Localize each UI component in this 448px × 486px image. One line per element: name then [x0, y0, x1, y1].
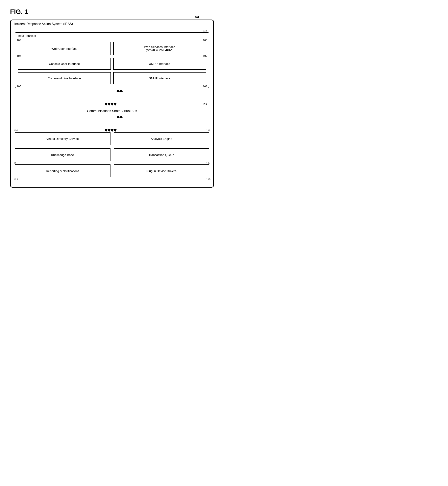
cli-box: 105 Command Line Interface — [18, 72, 111, 84]
ref-104: 104 — [17, 55, 21, 57]
ref-105: 105 — [17, 85, 21, 88]
outer-system: 101 Incident Response Action System (IRA… — [10, 20, 214, 188]
rn-box: 112 Reporting & Notifications — [15, 165, 111, 177]
system-label: Incident Response Action System (IRAS) — [14, 22, 73, 26]
snmp-label: SNMP Interface — [149, 77, 170, 80]
snmp-box: 108 SNMP Interface — [113, 72, 206, 84]
comm-bus-box: 109 Communications Strata Virtual Bus — [23, 106, 201, 116]
ref-103: 103 — [17, 39, 21, 42]
vds-label: Virtual Directory Service — [46, 137, 79, 141]
kb-label: Knowledge Base — [51, 153, 74, 157]
kb-box: 111 Knowledge Base — [15, 148, 111, 161]
arrows-bus-to-lower — [80, 116, 144, 132]
analysis-box: 113 Analysis Engine — [114, 132, 209, 145]
console-ui-label: Console User Interface — [49, 62, 80, 65]
ref-112: 112 — [14, 178, 18, 181]
tq-box: 114 Transaction Queue — [114, 148, 209, 161]
comm-bus-label: Communications Strata Virtual Bus — [87, 109, 137, 113]
ref-102: 102 — [202, 29, 207, 32]
ref-109: 109 — [202, 103, 207, 106]
xmpp-label: XMPP Interface — [149, 62, 170, 65]
console-ui-box: 104 Console User Interface — [18, 58, 111, 70]
ref-106: 106 — [203, 39, 207, 42]
pdd-label: Plug-in Device Drivers — [147, 169, 176, 173]
arrows-down-to-bus — [80, 90, 144, 106]
input-handlers-label: Input Handlers — [17, 34, 36, 38]
analysis-label: Analysis Engine — [151, 137, 172, 141]
fig-title: FIG. 1 — [10, 8, 214, 16]
ref-107: 107 — [203, 55, 207, 57]
ref-101: 101 — [195, 16, 199, 19]
web-services-box: 106 Web Services Interface (SOAP & XML-R… — [113, 42, 206, 55]
rn-label: Reporting & Notifications — [46, 169, 79, 173]
ref-110: 110 — [14, 129, 18, 132]
pdd-box: 115 Plug-in Device Drivers — [114, 165, 209, 177]
cli-label: Command Line Interface — [48, 77, 81, 80]
web-ui-label: Web User Interface — [51, 47, 77, 50]
vds-box: 110 Virtual Directory Service — [15, 132, 111, 145]
tq-label: Transaction Queue — [149, 153, 174, 157]
web-ui-box: 103 Web User Interface — [18, 42, 111, 55]
ref-108: 108 — [203, 85, 207, 88]
ref-113: 113 — [206, 129, 210, 132]
input-handlers: 102 Input Handlers 103 Web User Interfac… — [15, 32, 209, 88]
web-services-label: Web Services Interface (SOAP & XML-RPC) — [144, 45, 175, 52]
ref-115: 115 — [206, 178, 210, 181]
xmpp-box: 107 XMPP Interface — [113, 58, 206, 70]
